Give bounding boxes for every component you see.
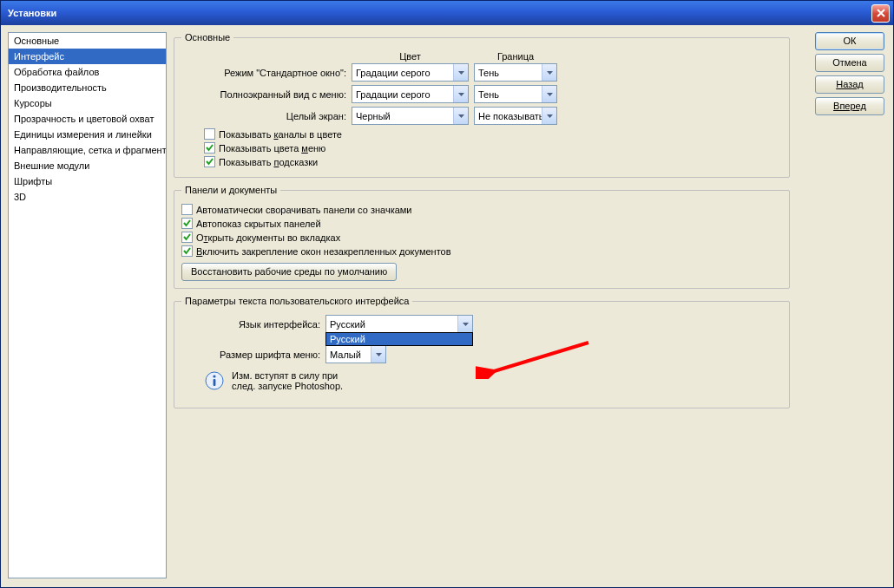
select-full-color[interactable]: Черный — [352, 107, 469, 125]
chevron-down-icon — [457, 316, 472, 332]
checkbox-autoshow[interactable] — [181, 218, 193, 229]
group-general: Основные Цвет Граница Режим "Стандартное… — [174, 32, 790, 178]
sidebar-item-interface[interactable]: Интерфейс — [9, 49, 166, 64]
chevron-down-icon — [453, 86, 468, 102]
checkbox-tooltips[interactable] — [204, 156, 215, 167]
sidebar-item-performance[interactable]: Производительность — [9, 80, 166, 95]
dialog-buttons: ОК Отмена Назад Вперед — [815, 32, 884, 115]
checkbox-autocollapse[interactable] — [181, 204, 193, 215]
sidebar-item-general[interactable]: Основные — [9, 33, 166, 49]
label-menu-colors: Показывать цвета меню — [219, 143, 325, 154]
select-standard-border[interactable]: Тень — [474, 63, 557, 82]
checkbox-channels-color[interactable] — [204, 128, 215, 140]
legend-general: Основные — [181, 32, 233, 42]
dialog-body: Основные Интерфейс Обработка файлов Прои… — [1, 25, 893, 587]
select-fullscreen-color[interactable]: Градации серого — [352, 85, 469, 103]
sidebar-item-3d[interactable]: 3D — [9, 189, 166, 205]
label-autoshow: Автопоказ скрытых панелей — [196, 219, 321, 229]
sidebar-item-transparency[interactable]: Прозрачность и цветовой охват — [9, 111, 166, 127]
back-button[interactable]: Назад — [815, 75, 884, 94]
checkbox-docking[interactable] — [181, 245, 193, 257]
sidebar-item-filehandling[interactable]: Обработка файлов — [9, 64, 166, 80]
label-standard-mode: Режим "Стандартное окно": — [181, 68, 346, 78]
checkbox-menu-colors[interactable] — [204, 142, 215, 154]
chevron-down-icon — [542, 108, 556, 124]
legend-uitext: Параметры текста пользовательского интер… — [181, 296, 412, 306]
sidebar-item-units[interactable]: Единицы измерения и линейки — [9, 127, 166, 142]
language-dropdown-list: Русский — [325, 332, 473, 346]
label-fullscreen: Целый экран: — [181, 111, 346, 121]
sidebar-item-guides[interactable]: Направляющие, сетка и фрагменты — [9, 142, 166, 158]
forward-button[interactable]: Вперед — [815, 97, 884, 115]
close-icon — [877, 9, 885, 17]
group-uitext: Параметры текста пользовательского интер… — [174, 296, 790, 408]
chevron-down-icon — [453, 64, 468, 81]
label-fullscreen-menu: Полноэкранный вид с меню: — [181, 89, 346, 100]
column-headers: Цвет Граница — [352, 51, 782, 62]
chevron-down-icon — [542, 86, 556, 102]
restore-workspaces-button[interactable]: Восстановить рабочие среды по умолчанию — [181, 263, 397, 281]
label-tabs: Открыть документы во вкладках — [196, 232, 340, 243]
info-text: Изм. вступят в силу при след. запуске Ph… — [232, 370, 343, 391]
group-panels: Панели и документы Автоматически сворачи… — [174, 185, 790, 289]
svg-rect-2 — [214, 379, 216, 386]
category-sidebar: Основные Интерфейс Обработка файлов Прои… — [8, 32, 167, 578]
label-font-size: Размер шрифта меню: — [181, 350, 320, 360]
main-panel: Основные Цвет Граница Режим "Стандартное… — [174, 32, 886, 580]
chevron-down-icon — [453, 108, 468, 124]
settings-window: Установки Основные Интерфейс Обработка ф… — [0, 0, 894, 588]
titlebar: Установки — [1, 1, 893, 25]
select-fullscreen-border[interactable]: Тень — [474, 85, 557, 103]
language-option-russian[interactable]: Русский — [326, 333, 472, 345]
chevron-down-icon — [371, 346, 385, 363]
label-channels-color: Показывать каналы в цвете — [219, 129, 342, 140]
sidebar-item-cursors[interactable]: Курсоры — [9, 95, 166, 111]
close-button[interactable] — [871, 4, 890, 23]
sidebar-item-fonts[interactable]: Шрифты — [9, 173, 166, 189]
svg-point-1 — [213, 375, 215, 377]
checkbox-tabs[interactable] — [181, 232, 193, 243]
label-docking: Включить закрепление окон незакрепленных… — [196, 246, 451, 257]
info-icon — [204, 370, 225, 393]
select-full-border[interactable]: Не показывать — [474, 107, 557, 125]
label-autocollapse: Автоматически сворачивать панели со знач… — [196, 205, 412, 215]
col-color-header: Цвет — [352, 51, 469, 62]
ok-button[interactable]: ОК — [815, 32, 884, 50]
legend-panels: Панели и документы — [181, 185, 280, 195]
label-ui-language: Язык интерфейса: — [181, 319, 320, 330]
select-standard-color[interactable]: Градации серого — [352, 63, 469, 82]
chevron-down-icon — [542, 64, 556, 81]
window-title: Установки — [8, 8, 871, 18]
col-border-header: Граница — [474, 51, 557, 62]
select-font-size[interactable]: Малый — [325, 345, 386, 363]
sidebar-item-plugins[interactable]: Внешние модули — [9, 158, 166, 173]
cancel-button[interactable]: Отмена — [815, 54, 884, 72]
select-ui-language[interactable]: Русский — [325, 315, 473, 333]
label-tooltips: Показывать подсказки — [219, 157, 318, 167]
